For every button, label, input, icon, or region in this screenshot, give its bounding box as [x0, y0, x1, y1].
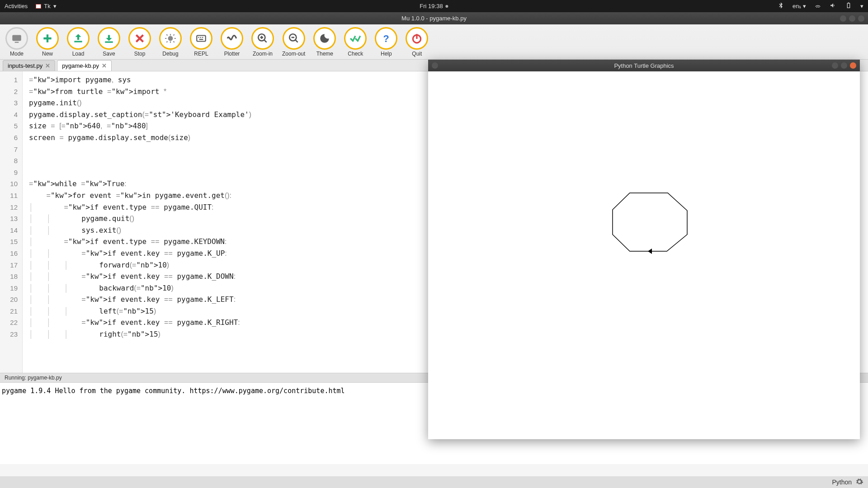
tab-close-icon[interactable]: ✕ — [45, 62, 50, 69]
svg-rect-3 — [74, 41, 82, 42]
svg-rect-8 — [200, 37, 201, 38]
status-bar: Python — [0, 476, 868, 488]
desktop-topbar: Activities Tk ▾ Fri 19:38 en₁ ▾ ▾ — [0, 0, 868, 12]
window-minimize[interactable] — [840, 15, 846, 22]
plotter-button[interactable]: Plotter — [221, 27, 243, 57]
window-close[interactable] — [858, 15, 864, 22]
svg-rect-10 — [199, 39, 203, 40]
turtle-close[interactable] — [850, 62, 856, 69]
check-button[interactable]: Check — [344, 27, 367, 57]
theme-button[interactable]: Theme — [313, 27, 336, 57]
svg-rect-7 — [198, 37, 199, 38]
stop-button[interactable]: Stop — [128, 27, 151, 57]
activities-button[interactable]: Activities — [5, 3, 28, 9]
repl-button[interactable]: REPL — [190, 27, 212, 57]
zoom-out-button[interactable]: Zoom-out — [282, 27, 305, 57]
svg-text:?: ? — [383, 33, 389, 44]
line-gutter: 1234567891011121314151617181920212223 — [0, 71, 23, 373]
input-lang[interactable]: en₁ ▾ — [793, 3, 806, 9]
battery-icon[interactable] — [845, 2, 852, 10]
volume-icon[interactable] — [830, 2, 837, 10]
svg-point-5 — [168, 36, 173, 41]
svg-rect-2 — [12, 35, 21, 41]
tab-close-icon[interactable]: ✕ — [102, 62, 107, 69]
turtle-window[interactable]: Python Turtle Graphics — [428, 60, 860, 439]
turtle-maximize[interactable] — [841, 62, 847, 69]
turtle-title: Python Turtle Graphics — [614, 62, 674, 69]
quit-button[interactable]: Quit — [406, 27, 428, 57]
help-button[interactable]: ?Help — [375, 27, 397, 57]
svg-rect-4 — [105, 41, 113, 42]
debug-button[interactable]: Debug — [159, 27, 182, 57]
turtle-drawing — [613, 193, 687, 251]
zoom-in-button[interactable]: Zoom-in — [251, 27, 274, 57]
svg-rect-0 — [847, 3, 849, 8]
gear-icon[interactable] — [855, 478, 863, 487]
save-button[interactable]: Save — [98, 27, 120, 57]
turtle-cursor-icon — [648, 249, 652, 254]
window-maximize[interactable] — [849, 15, 855, 22]
mode-button[interactable]: Mode — [5, 27, 28, 57]
turtle-window-icon — [432, 62, 438, 69]
turtle-canvas — [428, 74, 860, 439]
window-title: Mu 1.0.0 - pygame-kb.py — [401, 15, 467, 22]
tab-inputs-test[interactable]: inputs-test.py✕ — [3, 60, 55, 71]
bluetooth-icon[interactable] — [777, 2, 784, 10]
app-menu[interactable]: Tk ▾ — [36, 3, 56, 9]
turtle-titlebar: Python Turtle Graphics — [428, 60, 860, 71]
turtle-minimize[interactable] — [832, 62, 838, 69]
svg-rect-9 — [202, 37, 203, 38]
notification-dot-icon — [446, 5, 448, 8]
status-lang: Python — [832, 479, 852, 486]
tk-icon — [36, 4, 41, 9]
new-button[interactable]: New — [36, 27, 59, 57]
network-icon[interactable] — [814, 2, 821, 10]
tab-pygame-kb[interactable]: pygame-kb.py✕ — [57, 60, 112, 71]
app-titlebar: Mu 1.0.0 - pygame-kb.py — [0, 12, 868, 24]
toolbar: Mode New Load Save Stop Debug REPL Plott… — [0, 24, 868, 60]
svg-rect-6 — [197, 35, 206, 41]
clock[interactable]: Fri 19:38 — [420, 3, 448, 9]
system-menu-caret[interactable]: ▾ — [860, 3, 863, 9]
load-button[interactable]: Load — [67, 27, 90, 57]
